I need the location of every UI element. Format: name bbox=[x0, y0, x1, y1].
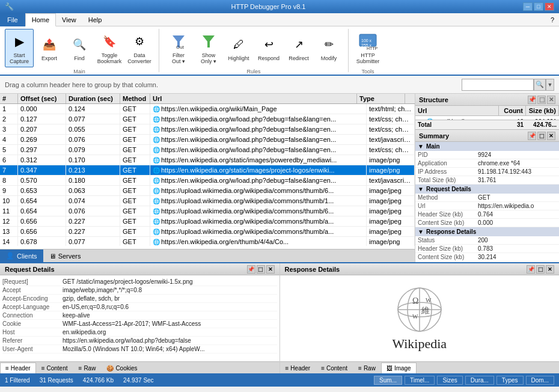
table-row[interactable]: 2 0.127 0.077 GET 🌐 https://en.wikipedia… bbox=[0, 114, 415, 124]
table-row[interactable]: 9 0.653 0.063 GET 🌐 https://upload.wikim… bbox=[0, 186, 415, 196]
table-row[interactable]: 13 0.656 0.227 GET 🌐 https://upload.wiki… bbox=[0, 227, 415, 237]
table-row[interactable]: 6 0.312 0.170 GET 🌐 https://en.wikipedia… bbox=[0, 155, 415, 165]
summary-close-button[interactable]: ✕ bbox=[547, 132, 555, 140]
status-tab[interactable]: Dom... bbox=[526, 376, 554, 385]
highlight-button[interactable]: 🖊 Highlight bbox=[224, 32, 253, 64]
filter-out-icon: Out bbox=[169, 32, 188, 51]
start-capture-icon: ▶ bbox=[10, 32, 29, 51]
summary-section-header[interactable]: ▼ Main bbox=[415, 142, 559, 151]
table-row[interactable]: 1 0.000 0.124 GET 🌐 https://en.wikipedia… bbox=[0, 104, 415, 114]
request-header-tab[interactable]: ≡ Header bbox=[0, 363, 36, 373]
summary-row: Header Size (kb) 0.764 bbox=[415, 210, 559, 219]
respond-button[interactable]: ↩ Respond bbox=[254, 32, 283, 64]
search-button[interactable]: 🔍 bbox=[534, 79, 546, 91]
response-content-tab[interactable]: ≡ Content bbox=[316, 363, 353, 373]
summary-section-header[interactable]: ▼ Response Details bbox=[415, 227, 559, 236]
http-submitter-button[interactable]: 100 x 255 x HTTP HTTPSubmitter bbox=[353, 29, 382, 67]
export-button[interactable]: 📤 Export bbox=[35, 32, 64, 64]
summary-row: Application chrome.exe *64 bbox=[415, 159, 559, 168]
td-offset: 0.654 bbox=[18, 206, 66, 216]
redirect-button[interactable]: ↗ Redirect bbox=[284, 32, 313, 64]
table-row[interactable]: 7 0.347 0.213 GET 🌐 https://en.wikipedia… bbox=[0, 165, 415, 176]
summary-pin-button[interactable]: 📌 bbox=[528, 132, 536, 140]
menu-file[interactable]: File bbox=[0, 13, 25, 26]
detail-row: Connection keep-alive bbox=[2, 311, 277, 320]
minimize-button[interactable]: ─ bbox=[523, 2, 533, 11]
td-duration: 0.074 bbox=[66, 196, 120, 206]
export-icon: 📤 bbox=[40, 35, 59, 54]
rules-group-label: Rules bbox=[246, 67, 260, 75]
ribbon-rules-buttons: Out FilterOut ▾ ShowOnly ▾ 🖊 Highlight ↩… bbox=[164, 29, 343, 67]
start-capture-button[interactable]: ▶ StartCapture bbox=[5, 29, 34, 67]
response-image-tab[interactable]: 🖼 Image bbox=[381, 363, 417, 373]
response-raw-tab-icon: ≡ bbox=[358, 365, 362, 372]
response-close-button[interactable]: ✕ bbox=[546, 265, 554, 274]
table-row[interactable]: 4 0.269 0.076 GET 🌐 https://en.wikipedia… bbox=[0, 135, 415, 145]
request-cookies-tab[interactable]: 🍪 Cookies bbox=[101, 363, 142, 373]
summary-row-value: https://en.wikipedia.o bbox=[478, 203, 557, 209]
modify-button[interactable]: ✏ Modify bbox=[314, 32, 343, 64]
response-header-tab[interactable]: ≡ Header bbox=[280, 363, 316, 373]
summary-row: Content Size (kb) 0.000 bbox=[415, 219, 559, 227]
menu-help[interactable]: Help bbox=[82, 13, 108, 26]
summary-body: ▼ Main PID 9924 Application chrome.exe *… bbox=[415, 142, 559, 262]
request-content-tab[interactable]: ≡ Content bbox=[36, 363, 73, 373]
table-row[interactable]: 14 0.678 0.077 GET 🌐 https://en.wikipedi… bbox=[0, 237, 415, 246]
td-num: 13 bbox=[0, 227, 18, 236]
svg-text:HTTP: HTTP bbox=[367, 46, 377, 51]
structure-pin-button[interactable]: 📌 bbox=[528, 96, 536, 104]
request-float-button[interactable]: ⬚ bbox=[257, 265, 265, 274]
bookmark-button[interactable]: 🔖 ToggleBookmark bbox=[95, 29, 124, 67]
filter-out-button[interactable]: Out FilterOut ▾ bbox=[164, 29, 193, 67]
data-converter-button[interactable]: ⚙ DataConverter bbox=[125, 29, 154, 67]
client-server-tabs: 👤 Clients 🖥 Servers bbox=[0, 249, 415, 262]
summary-section-header[interactable]: ▼ Request Details bbox=[415, 185, 559, 194]
response-raw-tab[interactable]: ≡ Raw bbox=[353, 363, 381, 373]
clients-tab[interactable]: 👤 Clients bbox=[0, 250, 43, 263]
right-panel: Structure 📌 ⬚ ✕ Url Count Size (kb) ▼ 🌐 … bbox=[415, 94, 559, 262]
response-float-button[interactable]: ⬚ bbox=[536, 265, 545, 274]
table-row[interactable]: 10 0.654 0.074 GET 🌐 https://upload.wiki… bbox=[0, 196, 415, 206]
app-icon: 🔧 bbox=[5, 2, 14, 11]
structure-float-button[interactable]: ⬚ bbox=[537, 96, 546, 104]
request-close-button[interactable]: ✕ bbox=[266, 265, 275, 274]
wikipedia-globe-svg: Ω 維 W W bbox=[396, 286, 444, 334]
svg-text:W: W bbox=[426, 297, 432, 304]
status-tab[interactable]: Sizes bbox=[437, 376, 462, 385]
show-only-button[interactable]: ShowOnly ▾ bbox=[194, 29, 223, 67]
maximize-button[interactable]: □ bbox=[534, 2, 543, 11]
td-num: 12 bbox=[0, 216, 18, 226]
request-raw-tab[interactable]: ≡ Raw bbox=[73, 363, 102, 373]
search-input[interactable] bbox=[462, 79, 534, 91]
td-method: GET bbox=[120, 196, 150, 206]
menu-view[interactable]: View bbox=[56, 13, 82, 26]
td-num: 6 bbox=[0, 155, 18, 165]
title-controls: ─ □ ✕ bbox=[523, 2, 554, 11]
close-button[interactable]: ✕ bbox=[545, 2, 554, 11]
table-row[interactable]: 12 0.656 0.227 GET 🌐 https://upload.wiki… bbox=[0, 216, 415, 227]
url-text: https://en.wikipedia.org/w/load.php?debu… bbox=[161, 115, 336, 123]
request-pin-button[interactable]: 📌 bbox=[247, 265, 255, 274]
summary-row: Content Type image/png bbox=[415, 262, 559, 262]
structure-close-button[interactable]: ✕ bbox=[547, 96, 555, 104]
td-num: 1 bbox=[0, 104, 18, 114]
summary-float-button[interactable]: ⬚ bbox=[537, 132, 546, 140]
search-dropdown[interactable]: ▼ bbox=[546, 79, 554, 91]
table-row[interactable]: 11 0.654 0.076 GET 🌐 https://upload.wiki… bbox=[0, 206, 415, 216]
menu-home[interactable]: Home bbox=[25, 13, 56, 26]
url-icon: 🌐 bbox=[153, 177, 160, 184]
status-tab[interactable]: Dura... bbox=[465, 376, 494, 385]
status-tab[interactable]: Types bbox=[496, 376, 524, 385]
response-pin-button[interactable]: 📌 bbox=[527, 265, 535, 274]
help-icon[interactable]: ? bbox=[551, 16, 559, 23]
response-header-tab-label: Header bbox=[290, 365, 310, 372]
table-row[interactable]: 3 0.207 0.055 GET 🌐 https://en.wikipedia… bbox=[0, 124, 415, 135]
td-offset: 0.127 bbox=[18, 114, 66, 124]
table-row[interactable]: 5 0.297 0.079 GET 🌐 https://en.wikipedia… bbox=[0, 145, 415, 155]
status-tab[interactable]: Sum... bbox=[374, 376, 402, 385]
find-button[interactable]: 🔍 Find bbox=[65, 32, 94, 64]
servers-tab[interactable]: 🖥 Servers bbox=[43, 250, 87, 263]
col-header-duration: Duration (sec) bbox=[66, 94, 120, 103]
status-tab[interactable]: Timel... bbox=[405, 376, 435, 385]
table-row[interactable]: 8 0.570 0.180 GET 🌐 https://en.wikipedia… bbox=[0, 176, 415, 186]
